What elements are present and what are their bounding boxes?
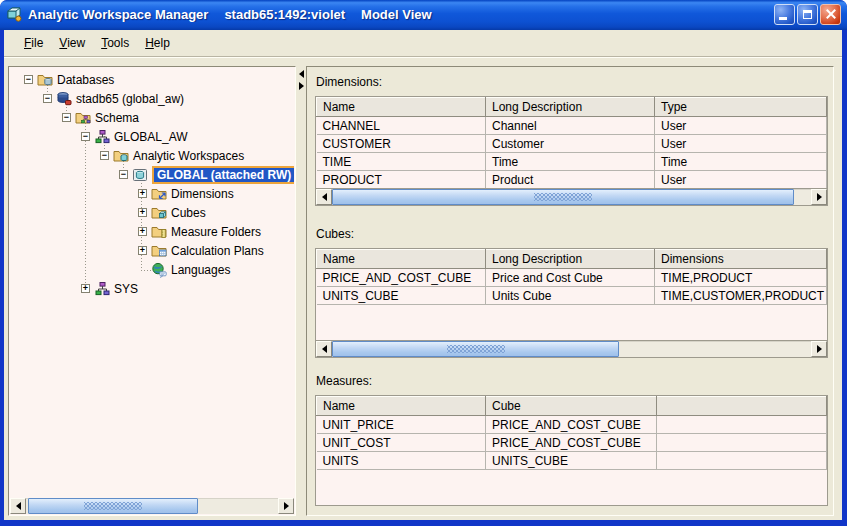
menu-help[interactable]: Help [137, 33, 178, 53]
dimensions-horizontal-scrollbar[interactable] [316, 188, 827, 205]
table-row[interactable]: UNITS_CUBE Units Cube TIME,CUSTOMER,PROD… [317, 287, 827, 305]
arrow-left-icon [322, 193, 327, 201]
tree-item-label[interactable]: Schema [95, 111, 139, 125]
tree-item-label[interactable]: GLOBAL_AW [114, 130, 188, 144]
column-header[interactable]: Dimensions [655, 250, 827, 269]
tree-item-label-selected[interactable]: GLOBAL (attached RW) [152, 166, 294, 184]
tree-item-languages[interactable]: Languages [10, 260, 294, 279]
menu-tools[interactable]: Tools [93, 33, 137, 53]
collapse-right-icon[interactable] [299, 82, 304, 90]
table-row[interactable]: CUSTOMER Customer User [317, 135, 827, 153]
tree-item-calculation-plans[interactable]: + Calculation Plans [10, 241, 294, 260]
arrow-left-icon [322, 345, 327, 353]
tree-item-schema[interactable]: − Schema [10, 108, 294, 127]
table-row[interactable]: UNIT_COST PRICE_AND_COST_CUBE [317, 434, 827, 452]
tree-item-label[interactable]: Databases [57, 73, 114, 87]
cell-empty [657, 452, 827, 470]
scrollbar-thumb[interactable] [332, 189, 794, 205]
tree-expander-expand-icon[interactable]: + [81, 284, 90, 293]
tree-item-measure-folders[interactable]: + Measure Folders [10, 222, 294, 241]
scroll-left-button[interactable] [10, 498, 26, 514]
menu-file[interactable]: File [16, 33, 51, 53]
scrollbar-track[interactable] [26, 498, 278, 514]
table-row[interactable]: CHANNEL Channel User [317, 117, 827, 135]
languages-globe-icon [151, 262, 167, 278]
tree-item-global-workspace[interactable]: − GLOBAL (attached RW) [10, 165, 294, 184]
maximize-button[interactable] [797, 4, 818, 25]
column-header[interactable]: Cube [486, 397, 657, 416]
tree-item-label[interactable]: Measure Folders [171, 225, 261, 239]
tree-item-label[interactable]: SYS [114, 282, 138, 296]
tree-item-cubes[interactable]: + Cubes [10, 203, 294, 222]
column-header[interactable]: Long Description [486, 98, 655, 117]
tree-item-label[interactable]: Languages [171, 263, 230, 277]
scroll-left-button[interactable] [316, 189, 332, 205]
tree-item-label[interactable]: stadb65 (global_aw) [76, 92, 184, 106]
client-area: File View Tools Help − [4, 30, 842, 520]
tree-connector [141, 270, 151, 271]
column-header[interactable]: Name [317, 397, 486, 416]
split-pane-divider[interactable] [297, 66, 306, 516]
tree-expander-expand-icon[interactable]: + [138, 189, 147, 198]
title-app-name: Analytic Workspace Manager [28, 7, 208, 22]
measures-section-label: Measures: [316, 374, 828, 388]
scrollbar-thumb[interactable] [332, 341, 619, 357]
scroll-right-button[interactable] [811, 341, 827, 357]
tree-expander-collapse-icon[interactable]: − [62, 113, 71, 122]
cubes-horizontal-scrollbar[interactable] [316, 340, 827, 357]
scroll-right-button[interactable] [811, 189, 827, 205]
scrollbar-thumb[interactable] [28, 498, 198, 514]
column-header[interactable]: Type [655, 98, 827, 117]
minimize-button[interactable] [774, 4, 795, 25]
cell-name: UNITS [317, 452, 486, 470]
tree-expander-expand-icon[interactable]: + [138, 246, 147, 255]
scrollbar-track[interactable] [332, 341, 811, 357]
navigator-tree: − Databases − [10, 68, 294, 496]
table-row[interactable]: PRODUCT Product User [317, 171, 827, 189]
tree-item-stadb65[interactable]: − stadb65 (global_aw) [10, 89, 294, 108]
cell-type: Time [655, 153, 827, 171]
scroll-left-button[interactable] [316, 341, 332, 357]
maximize-icon [803, 10, 812, 19]
tree-item-sys[interactable]: + SYS [10, 279, 294, 298]
title-connection: stadb65:1492:violet [224, 7, 345, 22]
table-header-row: Name Long Description Type [317, 98, 827, 117]
tree-item-label[interactable]: Dimensions [171, 187, 234, 201]
tree-expander-collapse-icon[interactable]: − [43, 94, 52, 103]
column-header[interactable]: Name [317, 250, 486, 269]
cell-empty [657, 434, 827, 452]
tree-item-label[interactable]: Calculation Plans [171, 244, 264, 258]
column-header[interactable]: Long Description [486, 250, 655, 269]
scroll-right-button[interactable] [278, 498, 294, 514]
tree-item-global-aw-schema[interactable]: − GLOBAL_AW [10, 127, 294, 146]
tree-item-dimensions[interactable]: + Dimensions [10, 184, 294, 203]
tree-expander-expand-icon[interactable]: + [138, 208, 147, 217]
cell-name: UNITS_CUBE [317, 287, 486, 305]
tree-expander-collapse-icon[interactable]: − [81, 132, 90, 141]
window-controls [774, 4, 841, 25]
tree-expander-collapse-icon[interactable]: − [119, 170, 128, 179]
table-row[interactable]: UNIT_PRICE PRICE_AND_COST_CUBE [317, 416, 827, 434]
table-row[interactable]: TIME Time Time [317, 153, 827, 171]
tree-item-databases[interactable]: − Databases [10, 70, 294, 89]
collapse-left-icon[interactable] [299, 70, 304, 78]
tree-expander-expand-icon[interactable]: + [138, 227, 147, 236]
tree-item-analytic-workspaces[interactable]: − Analytic Workspaces [10, 146, 294, 165]
tree-expander-collapse-icon[interactable]: − [100, 151, 109, 160]
cell-long-description: Time [486, 153, 655, 171]
tree-item-label[interactable]: Cubes [171, 206, 206, 220]
table-row[interactable]: UNITS UNITS_CUBE [317, 452, 827, 470]
tree-expander-collapse-icon[interactable]: − [24, 75, 33, 84]
tree-horizontal-scrollbar[interactable] [10, 498, 294, 514]
cell-name: CUSTOMER [317, 135, 486, 153]
table-header-row: Name Cube [317, 397, 827, 416]
column-header[interactable]: Name [317, 98, 486, 117]
close-button[interactable] [820, 4, 841, 25]
table-row[interactable]: PRICE_AND_COST_CUBE Price and Cost Cube … [317, 269, 827, 287]
menu-view[interactable]: View [51, 33, 93, 53]
scrollbar-track[interactable] [332, 189, 811, 205]
measures-table: Name Cube UNIT_PRICE PRICE_AND_COST_CUBE… [316, 396, 827, 470]
tree-item-label[interactable]: Analytic Workspaces [133, 149, 244, 163]
title-bar[interactable]: Analytic Workspace Managerstadb65:1492:v… [0, 0, 847, 30]
cell-dimensions: TIME,CUSTOMER,PRODUCT [655, 287, 827, 305]
